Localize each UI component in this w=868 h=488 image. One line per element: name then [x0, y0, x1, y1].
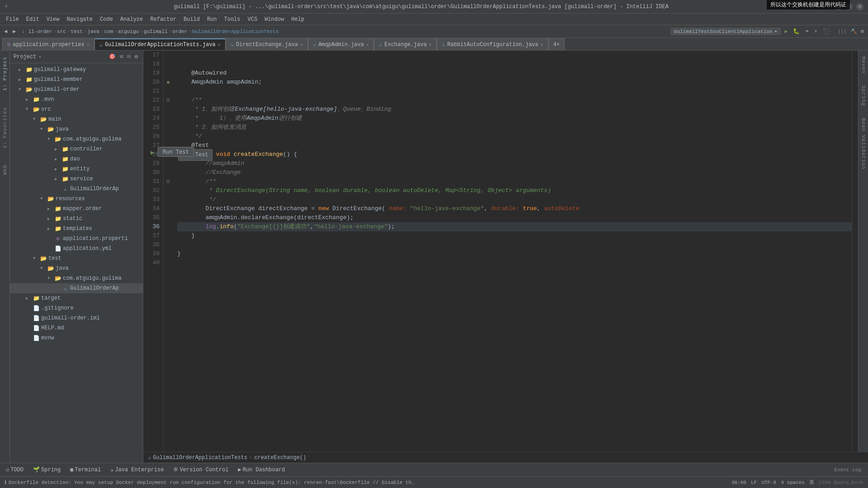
- breadcrumb-java[interactable]: java: [88, 29, 99, 34]
- menu-item-vcs[interactable]: VCS: [244, 15, 261, 23]
- coverage-button[interactable]: ☂: [803, 27, 810, 36]
- spring-panel-toggle[interactable]: Spring: [859, 82, 868, 110]
- debug-button[interactable]: 🐛: [791, 27, 802, 36]
- menu-item-refactor[interactable]: Refactor: [146, 15, 180, 23]
- tab-overflow[interactable]: 4+: [548, 38, 565, 50]
- tree-item-test-gulimall-app[interactable]: ▶ ☕ GulimallOrderAp: [10, 283, 143, 293]
- run-configuration-selector[interactable]: GulimallTestSsoClient2Application ▾: [670, 28, 781, 35]
- collapse-all-button[interactable]: ⊟: [126, 53, 132, 61]
- breadcrumb-class[interactable]: GulimallOrderApplicationTests: [153, 455, 247, 461]
- build-icon[interactable]: 🔨: [851, 28, 857, 34]
- tree-item-service[interactable]: ▶ 📁 service: [10, 174, 143, 184]
- settings-button[interactable]: ⚙: [133, 53, 139, 61]
- terminal-tab[interactable]: ▣ Terminal: [66, 465, 104, 475]
- menu-item-view[interactable]: View: [43, 15, 63, 23]
- tree-item-app-yml[interactable]: ▶ 📄 application.yml: [10, 244, 143, 253]
- close-button[interactable]: ✕: [856, 3, 863, 10]
- tree-item-templates[interactable]: ▶ 📁 templates: [10, 224, 143, 234]
- cursor-position[interactable]: 36:60: [731, 480, 746, 485]
- tree-item-test[interactable]: ▼ 📂 test: [10, 253, 143, 263]
- code-editor[interactable]: @Autowired AmqpAdmin amqpAdmin; /** * 1、…: [173, 51, 852, 452]
- fold-icon-31[interactable]: ⊟: [164, 177, 173, 186]
- menu-item-analyze[interactable]: Analyze: [117, 15, 146, 23]
- scroll-gutter[interactable]: [852, 51, 858, 452]
- tree-item-java[interactable]: ▼ 📂 java: [10, 124, 143, 134]
- run-gutter-icon-20[interactable]: ●: [164, 78, 173, 87]
- tree-item-test-java[interactable]: ▼ 📂 java: [10, 263, 143, 273]
- indent-setting[interactable]: 4 spaces: [781, 480, 805, 485]
- tree-item-test-com-atguigu[interactable]: ▼ 📂 com.atguigu.gulima: [10, 273, 143, 283]
- menu-item-build[interactable]: Build: [180, 15, 203, 23]
- tree-item-main[interactable]: ▼ 📂 main: [10, 114, 143, 124]
- tree-item-order[interactable]: ▼ 📂 gulimall-order: [10, 84, 143, 94]
- breadcrumb-atguigu[interactable]: atguigu: [118, 29, 139, 34]
- tab-exchange[interactable]: ☕ Exchange.java ✕: [374, 38, 437, 50]
- todo-tab[interactable]: ☑ TODO: [2, 465, 27, 475]
- line-ending[interactable]: LF: [751, 480, 757, 485]
- tab-amqp-admin[interactable]: ☕ AmqpAdmin.java ✕: [308, 38, 374, 50]
- event-log-link[interactable]: Event Log: [835, 467, 861, 473]
- back-button[interactable]: ◀: [2, 27, 9, 36]
- tree-item-static[interactable]: ▶ 📁 static: [10, 214, 143, 224]
- menu-item-edit[interactable]: Edit: [23, 15, 43, 23]
- tree-item-iml[interactable]: ▶ 📄 gulimall-order.iml: [10, 313, 143, 323]
- tab-close-application-properties[interactable]: ✕: [87, 42, 90, 47]
- tree-item-gulimall-order-app[interactable]: ▶ ☕ GulimallOrderAp: [10, 184, 143, 194]
- bean-validation-panel-toggle[interactable]: Bean Validation: [859, 114, 868, 173]
- settings-icon[interactable]: ⚙: [859, 27, 866, 36]
- tree-item-member[interactable]: ▶ 📁 gulimall-member: [10, 75, 143, 84]
- run-button[interactable]: ▶: [783, 27, 789, 36]
- tree-item-controller[interactable]: ▶ 📁 controller: [10, 144, 143, 154]
- breadcrumb-com[interactable]: com: [104, 29, 113, 34]
- tab-application-properties[interactable]: ⚙ application.properties ✕: [2, 38, 94, 50]
- favorites-panel-toggle[interactable]: 2: Favorites: [1, 103, 9, 152]
- version-control-tab[interactable]: ⑨ Version Control: [170, 465, 232, 475]
- breadcrumb-order[interactable]: order: [172, 29, 187, 34]
- tab-close-gulimall-order-tests[interactable]: ✕: [218, 42, 221, 47]
- tree-item-entity[interactable]: ▶ 📁 entity: [10, 164, 143, 174]
- stop-button[interactable]: ⬛: [821, 27, 831, 36]
- run-dashboard-tab[interactable]: ▶ Run Dashboard: [234, 465, 288, 475]
- tab-close-direct-exchange[interactable]: ✕: [300, 42, 303, 47]
- menu-item-code[interactable]: Code: [96, 15, 117, 23]
- breadcrumb-method[interactable]: createExchange(): [254, 455, 306, 461]
- fold-icon-22[interactable]: ⊟: [164, 96, 173, 105]
- web-panel-toggle[interactable]: Web: [1, 161, 9, 178]
- run-test-popup[interactable]: Run Test: [158, 147, 194, 157]
- breadcrumb-ll-order[interactable]: ll-order: [28, 29, 52, 34]
- tree-item-gateway[interactable]: ▶ 📁 gulimall-gateway: [10, 65, 143, 75]
- project-panel-toggle[interactable]: 1: Project: [1, 53, 9, 94]
- tree-item-mapper[interactable]: ▶ 📁 mapper.order: [10, 204, 143, 214]
- tree-item-resources[interactable]: ▼ 📂 resources: [10, 194, 143, 204]
- maven-panel-toggle[interactable]: Maven: [859, 53, 868, 77]
- breadcrumb-src[interactable]: src: [57, 29, 66, 34]
- tab-close-amqp-admin[interactable]: ✕: [366, 42, 369, 47]
- menu-item-window[interactable]: Window: [261, 15, 288, 23]
- tree-item-target[interactable]: ▶ 📁 target: [10, 293, 143, 303]
- tree-item-mvn[interactable]: ▶ 📁 .mvn: [10, 94, 143, 104]
- tree-item-src[interactable]: ▼ 📂 src: [10, 104, 143, 114]
- recent-files-button[interactable]: ↓: [19, 28, 26, 36]
- tree-item-mvnw[interactable]: ▶ 📄 mvnw: [10, 333, 143, 343]
- breadcrumb-gulimall[interactable]: gulimall: [144, 29, 168, 34]
- tab-close-exchange[interactable]: ✕: [429, 42, 432, 47]
- expand-all-button[interactable]: ⊞: [118, 53, 124, 61]
- forward-button[interactable]: ▶: [11, 27, 18, 36]
- menu-item-help[interactable]: Help: [288, 15, 308, 23]
- tab-direct-exchange[interactable]: ☕ DirectExchange.java ✕: [226, 38, 308, 50]
- tree-item-app-properties[interactable]: ▶ ⚙ application.properti: [10, 234, 143, 244]
- locate-file-button[interactable]: 🎯: [108, 53, 117, 61]
- menu-item-tools[interactable]: Tools: [221, 15, 244, 23]
- tab-rabbit-autoconfig[interactable]: ☕ RabbitAutoConfiguration.java ✕: [437, 38, 548, 50]
- tree-item-help[interactable]: ▶ 📄 HELP.md: [10, 323, 143, 333]
- editor-content[interactable]: 17 18 19 20 21 22 23 24 25 26 27 28 29 3…: [143, 51, 868, 452]
- language-indicator[interactable]: 英: [809, 479, 814, 486]
- profile-button[interactable]: ⚡: [812, 27, 819, 36]
- breadcrumb-test[interactable]: test: [71, 29, 83, 34]
- tree-item-com-atguigu[interactable]: ▼ 📂 com.atguigu.gulima: [10, 134, 143, 144]
- tree-item-gitignore[interactable]: ▶ 📄 .gitignore: [10, 303, 143, 313]
- menu-item-run[interactable]: Run: [203, 15, 221, 23]
- menu-item-navigate[interactable]: Navigate: [63, 15, 96, 23]
- encoding[interactable]: UTF-8: [761, 480, 776, 485]
- tab-close-rabbit-autoconfig[interactable]: ✕: [541, 42, 543, 47]
